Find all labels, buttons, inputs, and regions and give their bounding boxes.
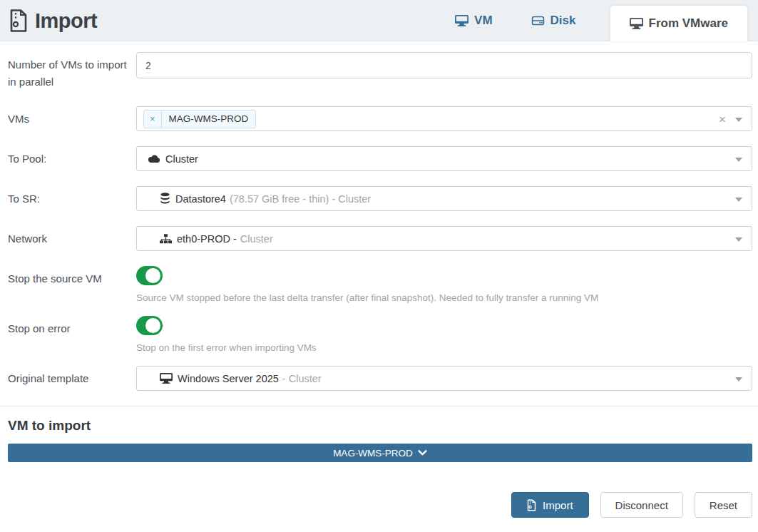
remove-tag-button[interactable]: × [144,111,162,128]
sr-label: To SR: [8,186,136,211]
stop-source-vm-label: Stop the source VM [8,266,136,303]
chevron-down-icon [418,450,427,456]
file-zip-icon [527,499,536,511]
vm-accordion-header[interactable]: MAG-WMS-PROD [8,444,752,462]
stop-on-error-help: Stop on the first error when importing V… [136,342,752,353]
toggle-knob [145,318,160,333]
tag-label: MAG-WMS-PROD [162,111,256,128]
reset-button-label: Reset [710,499,737,511]
toggle-knob [145,268,160,283]
cloud-icon [147,154,160,163]
tab-bar: VM Disk From VMware [451,0,747,41]
chevron-down-icon [735,377,742,382]
clear-selection-button[interactable]: × [719,113,726,125]
chevron-down-icon [735,158,742,162]
disconnect-button-label: Disconnect [615,499,668,511]
vm-bar-label: MAG-WMS-PROD [333,448,413,459]
tab-from-vmware[interactable]: From VMware [610,6,747,41]
tab-disk[interactable]: Disk [527,0,580,41]
network-select[interactable]: eth0-PROD - Cluster [136,226,752,251]
tab-vm[interactable]: VM [451,0,497,41]
footer-actions: Import Disconnect Reset [8,492,752,518]
reset-button[interactable]: Reset [695,492,752,518]
pool-label: To Pool: [8,146,136,171]
database-icon [160,193,170,205]
network-detail: Cluster [240,233,273,245]
network-label: Network [8,226,136,251]
file-zip-icon [9,9,28,32]
stop-source-vm-help: Source VM stopped before the last delta … [136,292,752,303]
stop-source-vm-toggle[interactable] [136,266,163,285]
parallel-label: Number of VMs to import in parallel [8,52,136,91]
network-row: Network eth0-PROD - Cluster [8,226,752,251]
hdd-icon [531,15,545,26]
sr-detail: (78.57 GiB free - thin) - Cluster [230,193,371,205]
pool-select[interactable]: Cluster [136,146,752,171]
network-value: eth0-PROD - [177,233,237,245]
disconnect-button[interactable]: Disconnect [600,492,683,518]
chevron-down-icon [735,118,742,122]
pool-row: To Pool: Cluster [8,146,752,171]
original-template-row: Original template Windows Server 2025 - … [8,366,752,391]
chevron-down-icon [735,237,742,242]
chevron-down-icon [735,198,742,202]
parallel-input[interactable] [136,52,752,78]
sr-select[interactable]: Datastore4 (78.57 GiB free - thin) - Clu… [136,186,752,211]
parallel-row: Number of VMs to import in parallel [8,52,752,91]
tab-label: Disk [550,14,576,28]
display-icon [630,18,643,29]
original-template-value: Windows Server 2025 [178,373,279,384]
header: Import VM Disk [0,0,758,41]
import-button-label: Import [543,499,573,511]
display-icon [455,15,468,26]
section-divider [0,406,758,406]
vms-select[interactable]: × MAG-WMS-PROD × [136,106,752,131]
vms-row: VMs × MAG-WMS-PROD × [8,106,752,131]
tab-label: VM [474,14,493,28]
vms-label: VMs [8,106,136,131]
original-template-detail: - Cluster [282,373,322,384]
import-button[interactable]: Import [511,492,589,518]
page-title: Import [35,9,97,33]
stop-on-error-row: Stop on error Stop on the first error wh… [8,316,752,353]
display-icon [160,373,173,384]
sr-row: To SR: Datastore4 (78.57 GiB free - thin… [8,186,752,211]
selected-vm-tag: × MAG-WMS-PROD [143,110,256,128]
original-template-label: Original template [8,366,136,391]
vm-to-import-heading: VM to import [8,418,752,434]
sr-value: Datastore4 [175,193,226,205]
pool-value: Cluster [165,153,198,165]
tab-label: From VMware [649,16,728,31]
sitemap-icon [160,234,172,244]
stop-on-error-label: Stop on error [8,316,136,353]
page-title-wrap: Import [9,9,97,33]
original-template-select[interactable]: Windows Server 2025 - Cluster [136,366,752,391]
stop-on-error-toggle[interactable] [136,316,163,335]
import-form: Number of VMs to import in parallel VMs … [0,41,758,518]
stop-source-vm-row: Stop the source VM Source VM stopped bef… [8,266,752,303]
